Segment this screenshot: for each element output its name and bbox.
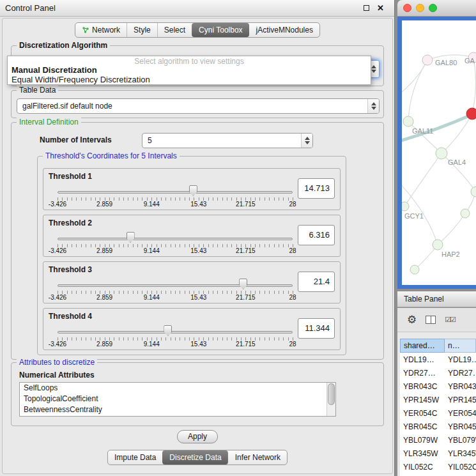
cell-name[interactable]: YBL079W	[445, 436, 476, 445]
close-traffic-light[interactable]	[403, 4, 411, 12]
cell-name[interactable]: YLR345W	[445, 449, 476, 458]
network-node-label: GAL4	[448, 158, 466, 166]
slider-thumb[interactable]	[189, 185, 197, 196]
column-header-name[interactable]: n…	[445, 339, 476, 353]
cell-shared-name[interactable]: YPR145W	[400, 395, 445, 404]
cell-name[interactable]: YER054C	[445, 409, 476, 418]
algorithm-option-1[interactable]: Manual Discretization	[8, 65, 371, 75]
interval-definition-group: Interval Definition Number of Intervals …	[11, 122, 384, 360]
table-data-combobox[interactable]: galFiltered.sif default node	[17, 98, 380, 114]
network-node[interactable]	[466, 108, 476, 119]
scrollbar-thumb[interactable]	[328, 383, 335, 405]
table-row[interactable]: YBR043CYBR043C	[400, 380, 476, 393]
table-row[interactable]: YER054CYER054C	[400, 406, 476, 420]
tab-cyni-toolbox[interactable]: Cyni Toolbox	[192, 23, 249, 37]
slider-ticks	[58, 244, 293, 247]
popup-placeholder: Select algorithm to view settings	[8, 57, 371, 66]
slider-thumb[interactable]	[239, 279, 247, 289]
tick-label: 21.715	[236, 247, 256, 254]
table-row[interactable]: YIL052CYIL052C	[400, 460, 476, 473]
bottom-tab-infer-network[interactable]: Infer Network	[228, 450, 287, 464]
control-panel-window: Control Panel ✕ NetworkStyleSelectCyni T…	[0, 0, 395, 476]
network-edge	[408, 60, 427, 121]
table-row[interactable]: YLR345WYLR345W	[400, 447, 476, 460]
gear-icon[interactable]: ⚙	[407, 314, 417, 325]
spinner-icon[interactable]	[301, 134, 312, 148]
list-scrollbar[interactable]	[326, 383, 335, 416]
column-header-shared-name[interactable]: shared…	[400, 339, 445, 353]
cell-shared-name[interactable]: YER054C	[400, 409, 445, 418]
slider-thumb[interactable]	[127, 232, 135, 243]
threshold-value-field[interactable]: 11.344	[298, 318, 335, 339]
tab-network[interactable]: Network	[75, 23, 127, 37]
tab-jactivemnodules[interactable]: jActiveMNodules	[249, 23, 319, 37]
slider-thumb[interactable]	[164, 325, 172, 336]
table-row[interactable]: YBL079WYBL079W	[400, 433, 476, 447]
algorithm-option-2[interactable]: Equal Width/Frequency Discretization	[8, 75, 371, 84]
network-node[interactable]	[461, 209, 470, 218]
threshold-value-field[interactable]: 6.316	[298, 225, 335, 245]
combobox-value: 5	[142, 136, 301, 145]
cell-name[interactable]: YBR045C	[445, 422, 476, 431]
network-node[interactable]	[410, 265, 419, 274]
tab-style[interactable]: Style	[127, 23, 157, 37]
cell-shared-name[interactable]: YDR27…	[400, 369, 445, 378]
cell-name[interactable]: YIL052C	[445, 463, 476, 472]
cell-name[interactable]: YDL19…	[445, 355, 476, 364]
attribute-list-item[interactable]: TopologicalCoefficient	[20, 394, 335, 404]
cell-shared-name[interactable]: YBR043C	[400, 382, 445, 391]
tick-label: 21.715	[236, 294, 256, 301]
tick-label: -3.426	[49, 341, 66, 348]
popup-option-list: Manual DiscretizationEqual Width/Frequen…	[8, 65, 371, 84]
table-row[interactable]: YDL19…YDL19…	[400, 353, 476, 366]
columns-icon[interactable]	[426, 316, 436, 324]
table-row[interactable]: YBR045CYBR045C	[400, 420, 476, 433]
spinner-icon[interactable]	[367, 99, 379, 113]
table-row[interactable]: YPR145WYPR145W	[400, 393, 476, 406]
slider-track[interactable]	[58, 191, 293, 194]
tab-label: Select	[164, 26, 185, 35]
threshold-box: Threshold 2 6.316 -3.4262.8599.14415.432…	[43, 215, 341, 257]
threshold-value-field[interactable]: 14.713	[298, 178, 335, 199]
bottom-tab-discretize-data[interactable]: Discretize Data	[162, 450, 227, 464]
attribute-list-item[interactable]: SelfLoops	[20, 383, 335, 394]
table-row[interactable]: YDR27…YDR27…	[400, 366, 476, 380]
cell-name[interactable]: YPR145W	[445, 395, 476, 404]
minimize-traffic-light[interactable]	[416, 4, 424, 12]
slider-track[interactable]	[58, 331, 293, 334]
slider-track[interactable]	[58, 238, 293, 240]
cell-shared-name[interactable]: YDL19…	[400, 355, 445, 364]
threshold-value-field[interactable]: 21.4	[298, 272, 335, 292]
tick-label: 15.43	[190, 247, 206, 254]
threshold-label: Threshold 2	[49, 219, 92, 227]
tab-label: Network	[92, 26, 120, 35]
slider-track[interactable]	[58, 284, 293, 287]
network-node-gal4[interactable]	[436, 148, 447, 159]
bottom-tab-impute-data[interactable]: Impute Data	[108, 450, 162, 464]
apply-button[interactable]: Apply	[177, 430, 218, 443]
bottom-tab-strip: Impute DataDiscretize DataInfer Network	[107, 450, 288, 465]
zoom-traffic-light[interactable]	[429, 4, 437, 12]
network-node-gcy1[interactable]	[402, 202, 409, 211]
network-canvas[interactable]: GAL80GAGAL11GAL4GCY1HAP2	[402, 20, 476, 285]
select-columns-icon[interactable]: ☑☑	[445, 316, 455, 324]
cell-name[interactable]: YBR043C	[445, 382, 476, 391]
network-view-frame: GAL80GAGAL11GAL4GCY1HAP2	[397, 17, 476, 289]
tab-select[interactable]: Select	[157, 23, 192, 37]
cell-shared-name[interactable]: YBL079W	[400, 436, 445, 445]
control-panel-body: NetworkStyleSelectCyni ToolboxjActiveMNo…	[2, 18, 393, 474]
close-icon[interactable]: ✕	[377, 4, 384, 12]
tick-label: 2.859	[96, 201, 112, 208]
cell-name[interactable]: YDR27…	[445, 369, 476, 378]
cell-shared-name[interactable]: YIL052C	[400, 463, 445, 472]
cell-shared-name[interactable]: YBR045C	[400, 422, 445, 431]
network-node-hap2[interactable]	[433, 240, 443, 250]
attribute-list-item[interactable]: BetweennessCentrality	[20, 404, 335, 415]
network-node-gal11[interactable]	[403, 116, 413, 127]
threshold-label: Threshold 1	[49, 172, 92, 181]
float-window-icon[interactable]	[364, 5, 369, 11]
network-node[interactable]	[471, 187, 476, 197]
network-node-gal80[interactable]	[422, 55, 433, 65]
cell-shared-name[interactable]: YLR345W	[400, 449, 445, 458]
number-of-intervals-combobox[interactable]: 5	[142, 133, 313, 148]
